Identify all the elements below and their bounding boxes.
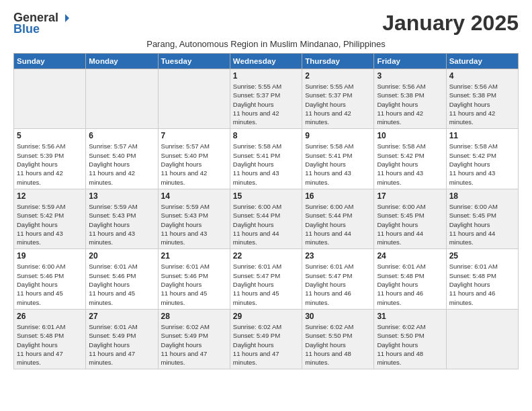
calendar-cell (158, 69, 230, 129)
calendar-cell: 14Sunrise: 5:59 AMSunset: 5:43 PMDayligh… (158, 189, 230, 248)
week-row-5: 26Sunrise: 6:01 AMSunset: 5:48 PMDayligh… (14, 309, 519, 369)
day-number: 22 (233, 251, 299, 261)
day-number: 24 (377, 251, 443, 261)
day-info: Sunrise: 5:59 AMSunset: 5:43 PMDaylight … (89, 202, 154, 246)
col-header-sunday: Sunday (14, 54, 86, 69)
calendar-cell: 8Sunrise: 5:58 AMSunset: 5:41 PMDaylight… (230, 129, 302, 189)
day-info: Sunrise: 6:00 AMSunset: 5:44 PMDaylight … (305, 202, 371, 246)
logo-icon (60, 13, 71, 24)
calendar-cell: 22Sunrise: 6:01 AMSunset: 5:47 PMDayligh… (230, 249, 302, 309)
calendar-cell: 3Sunrise: 5:56 AMSunset: 5:38 PMDaylight… (374, 69, 446, 129)
day-info: Sunrise: 5:55 AMSunset: 5:37 PMDaylight … (305, 82, 371, 126)
day-info: Sunrise: 6:00 AMSunset: 5:45 PMDaylight … (449, 202, 515, 246)
day-info: Sunrise: 6:02 AMSunset: 5:49 PMDaylight … (233, 322, 299, 367)
calendar-cell: 21Sunrise: 6:01 AMSunset: 5:46 PMDayligh… (158, 249, 230, 309)
calendar-cell: 2Sunrise: 5:55 AMSunset: 5:37 PMDaylight… (302, 69, 374, 129)
day-number: 25 (449, 251, 515, 261)
day-number: 20 (89, 251, 154, 261)
day-info: Sunrise: 5:56 AMSunset: 5:39 PMDaylight … (17, 142, 83, 186)
day-info: Sunrise: 5:55 AMSunset: 5:37 PMDaylight … (233, 82, 299, 126)
day-number: 19 (17, 251, 83, 261)
calendar-cell: 11Sunrise: 5:58 AMSunset: 5:42 PMDayligh… (446, 129, 518, 189)
calendar-cell: 31Sunrise: 6:02 AMSunset: 5:50 PMDayligh… (374, 309, 446, 369)
calendar-header-row: SundayMondayTuesdayWednesdayThursdayFrid… (14, 54, 519, 69)
day-number: 10 (377, 131, 443, 140)
day-number: 16 (305, 191, 371, 201)
day-number: 7 (161, 131, 227, 140)
day-number: 27 (89, 312, 154, 321)
calendar-cell: 28Sunrise: 6:02 AMSunset: 5:49 PMDayligh… (158, 309, 230, 369)
day-number: 12 (17, 191, 83, 201)
week-row-4: 19Sunrise: 6:00 AMSunset: 5:46 PMDayligh… (14, 249, 519, 309)
day-number: 9 (305, 131, 371, 140)
day-number: 4 (449, 71, 515, 81)
day-info: Sunrise: 6:01 AMSunset: 5:48 PMDaylight … (17, 322, 83, 367)
day-info: Sunrise: 6:01 AMSunset: 5:47 PMDaylight … (305, 262, 371, 306)
day-info: Sunrise: 5:58 AMSunset: 5:41 PMDaylight … (233, 142, 299, 186)
day-info: Sunrise: 6:01 AMSunset: 5:47 PMDaylight … (233, 262, 299, 306)
day-info: Sunrise: 6:02 AMSunset: 5:50 PMDaylight … (305, 322, 371, 367)
calendar-cell: 7Sunrise: 5:57 AMSunset: 5:40 PMDaylight… (158, 129, 230, 189)
col-header-tuesday: Tuesday (158, 54, 230, 69)
calendar-cell: 29Sunrise: 6:02 AMSunset: 5:49 PMDayligh… (230, 309, 302, 369)
header: General Blue January 2025 (13, 11, 519, 36)
col-header-monday: Monday (86, 54, 158, 69)
calendar-cell: 12Sunrise: 5:59 AMSunset: 5:42 PMDayligh… (14, 189, 86, 248)
month-title: January 2025 (382, 11, 519, 36)
day-number: 14 (161, 191, 227, 201)
day-number: 13 (89, 191, 154, 201)
day-number: 5 (17, 131, 83, 140)
day-number: 23 (305, 251, 371, 261)
calendar-cell: 30Sunrise: 6:02 AMSunset: 5:50 PMDayligh… (302, 309, 374, 369)
day-number: 6 (89, 131, 154, 140)
calendar-cell: 15Sunrise: 6:00 AMSunset: 5:44 PMDayligh… (230, 189, 302, 248)
calendar-cell: 13Sunrise: 5:59 AMSunset: 5:43 PMDayligh… (86, 189, 158, 248)
day-info: Sunrise: 6:02 AMSunset: 5:50 PMDaylight … (377, 322, 443, 367)
day-number: 29 (233, 312, 299, 321)
day-number: 30 (305, 312, 371, 321)
calendar-cell: 25Sunrise: 6:01 AMSunset: 5:48 PMDayligh… (446, 249, 518, 309)
subtitle: Parang, Autonomous Region in Muslim Mind… (13, 39, 519, 49)
day-info: Sunrise: 6:01 AMSunset: 5:48 PMDaylight … (377, 262, 443, 306)
calendar-cell: 4Sunrise: 5:56 AMSunset: 5:38 PMDaylight… (446, 69, 518, 129)
calendar-cell: 16Sunrise: 6:00 AMSunset: 5:44 PMDayligh… (302, 189, 374, 248)
day-number: 3 (377, 71, 443, 81)
calendar-cell: 19Sunrise: 6:00 AMSunset: 5:46 PMDayligh… (14, 249, 86, 309)
calendar-cell: 6Sunrise: 5:57 AMSunset: 5:40 PMDaylight… (86, 129, 158, 189)
calendar-cell: 10Sunrise: 5:58 AMSunset: 5:42 PMDayligh… (374, 129, 446, 189)
day-number: 26 (17, 312, 83, 321)
col-header-thursday: Thursday (302, 54, 374, 69)
day-number: 15 (233, 191, 299, 201)
calendar-cell: 9Sunrise: 5:58 AMSunset: 5:41 PMDaylight… (302, 129, 374, 189)
day-info: Sunrise: 5:56 AMSunset: 5:38 PMDaylight … (377, 82, 443, 126)
day-number: 21 (161, 251, 227, 261)
day-info: Sunrise: 6:01 AMSunset: 5:48 PMDaylight … (449, 262, 515, 306)
calendar-cell: 18Sunrise: 6:00 AMSunset: 5:45 PMDayligh… (446, 189, 518, 248)
day-info: Sunrise: 6:02 AMSunset: 5:49 PMDaylight … (161, 322, 227, 367)
calendar-cell: 1Sunrise: 5:55 AMSunset: 5:37 PMDaylight… (230, 69, 302, 129)
day-info: Sunrise: 6:01 AMSunset: 5:46 PMDaylight … (161, 262, 227, 306)
day-number: 31 (377, 312, 443, 321)
day-number: 8 (233, 131, 299, 140)
day-number: 11 (449, 131, 515, 140)
calendar-cell (446, 309, 518, 369)
day-info: Sunrise: 5:58 AMSunset: 5:41 PMDaylight … (305, 142, 371, 186)
day-info: Sunrise: 5:59 AMSunset: 5:43 PMDaylight … (161, 202, 227, 246)
calendar-cell: 20Sunrise: 6:01 AMSunset: 5:46 PMDayligh… (86, 249, 158, 309)
week-row-1: 1Sunrise: 5:55 AMSunset: 5:37 PMDaylight… (14, 69, 519, 129)
calendar-cell: 23Sunrise: 6:01 AMSunset: 5:47 PMDayligh… (302, 249, 374, 309)
logo: General Blue (13, 11, 71, 36)
col-header-friday: Friday (374, 54, 446, 69)
calendar-cell (86, 69, 158, 129)
day-info: Sunrise: 5:57 AMSunset: 5:40 PMDaylight … (89, 142, 154, 186)
calendar: SundayMondayTuesdayWednesdayThursdayFrid… (13, 53, 519, 369)
logo-blue: Blue (13, 22, 40, 36)
calendar-cell: 26Sunrise: 6:01 AMSunset: 5:48 PMDayligh… (14, 309, 86, 369)
calendar-cell: 24Sunrise: 6:01 AMSunset: 5:48 PMDayligh… (374, 249, 446, 309)
day-number: 18 (449, 191, 515, 201)
day-info: Sunrise: 6:01 AMSunset: 5:46 PMDaylight … (89, 262, 154, 306)
col-header-wednesday: Wednesday (230, 54, 302, 69)
day-info: Sunrise: 5:57 AMSunset: 5:40 PMDaylight … (161, 142, 227, 186)
calendar-cell: 27Sunrise: 6:01 AMSunset: 5:49 PMDayligh… (86, 309, 158, 369)
day-info: Sunrise: 6:00 AMSunset: 5:45 PMDaylight … (377, 202, 443, 246)
